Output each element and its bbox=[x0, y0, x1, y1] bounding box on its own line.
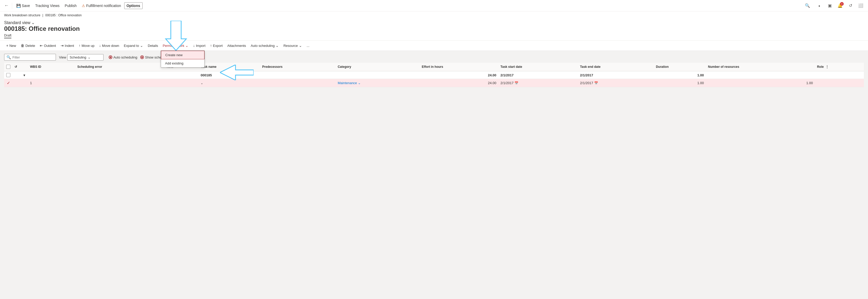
auto-scheduling-radio-dot bbox=[109, 55, 112, 59]
permit-dropdown: Create new Add existing bbox=[161, 51, 205, 67]
expand-to-button[interactable]: Expand to ⌄ bbox=[122, 42, 146, 49]
window-button[interactable]: ⬜ bbox=[857, 2, 865, 10]
tracking-views-button[interactable]: Tracking Views bbox=[33, 3, 62, 9]
more-button[interactable]: ... bbox=[305, 42, 312, 49]
save-icon: 💾 bbox=[16, 4, 21, 8]
row2-end-date-value: 2/1/2017 bbox=[580, 81, 593, 85]
th-refresh: ↺ bbox=[12, 63, 21, 71]
permit-to-work-button[interactable]: Permit to work ⌄ bbox=[161, 42, 190, 49]
th-scheduling-error: Scheduling error bbox=[75, 63, 164, 71]
end-date-calendar-icon[interactable]: 📅 bbox=[594, 81, 598, 85]
filter-input-container[interactable]: 🔍 bbox=[4, 54, 56, 61]
table-header-row: ↺ WBS ID Scheduling error Note Task name… bbox=[4, 63, 864, 71]
publish-button[interactable]: Publish bbox=[63, 3, 79, 9]
export-button[interactable]: ↑ Export bbox=[208, 42, 225, 49]
filter-search-icon: 🔍 bbox=[6, 55, 11, 59]
outdent-button[interactable]: ⇤ Outdent bbox=[38, 42, 58, 49]
resource-button[interactable]: Resource ⌄ bbox=[281, 42, 304, 49]
details-label: Details bbox=[148, 44, 158, 48]
row1-refresh-cell bbox=[12, 71, 21, 79]
view-label-text: Standard view bbox=[4, 21, 30, 25]
th-task-name: Task name bbox=[198, 63, 260, 71]
row1-role bbox=[815, 71, 864, 79]
radio-group: Auto scheduling Show schedul... bbox=[109, 55, 169, 59]
row2-task-chevron[interactable]: ⌄ bbox=[200, 81, 203, 85]
row2-predecessors bbox=[260, 79, 336, 87]
diamond-icon-button[interactable]: ⬧ bbox=[815, 2, 824, 10]
notification-button[interactable]: 🔔 0 bbox=[836, 2, 844, 10]
details-button[interactable]: Details bbox=[146, 42, 160, 49]
new-button[interactable]: + New bbox=[4, 42, 18, 49]
row2-category-cell: Maintenance ⌄ bbox=[336, 79, 420, 87]
import-label: Import bbox=[196, 44, 206, 48]
move-up-button[interactable]: ↑ Move up bbox=[76, 42, 96, 49]
auto-scheduling-radio[interactable]: Auto scheduling bbox=[109, 55, 137, 59]
row1-expand-btn[interactable]: ▼ bbox=[23, 73, 26, 77]
fulfillment-button[interactable]: ⚠ Fulfillment notification bbox=[80, 3, 123, 9]
back-button[interactable]: ← bbox=[3, 2, 10, 9]
export-icon: ↑ bbox=[210, 43, 212, 48]
row2-checkbox-cell: ✓ bbox=[4, 79, 12, 87]
indent-button[interactable]: ⇥ Indent bbox=[59, 42, 76, 49]
import-button[interactable]: ↓ Import bbox=[191, 42, 208, 49]
top-right-icons: ⬧ ▣ 🔔 0 ↺ ⬜ bbox=[815, 2, 865, 10]
th-wbs-id: WBS ID bbox=[28, 63, 75, 71]
row1-checkbox[interactable] bbox=[6, 73, 10, 77]
page-title-row: Standard view ⌄ bbox=[4, 20, 864, 25]
row1-note bbox=[164, 71, 198, 79]
sidebar-toggle-button[interactable]: ▣ bbox=[826, 2, 834, 10]
row2-note bbox=[164, 79, 198, 87]
row1-checkbox-cell bbox=[4, 71, 12, 79]
row1-duration: 1.00 bbox=[654, 71, 706, 79]
refresh-button[interactable]: ↺ bbox=[846, 2, 855, 10]
row2-task-name: ⌄ bbox=[198, 79, 260, 87]
breadcrumb-part1[interactable]: Work breakdown structure bbox=[4, 13, 40, 17]
view-label[interactable]: Standard view ⌄ bbox=[4, 20, 35, 25]
fulfillment-label: Fulfillment notification bbox=[86, 4, 121, 8]
permit-to-work-label: Permit to work bbox=[163, 44, 184, 48]
breadcrumb-part2[interactable]: 000185 : Office renovation bbox=[45, 13, 82, 17]
add-existing-item[interactable]: Add existing bbox=[161, 59, 205, 67]
permit-chevron-icon: ⌄ bbox=[185, 43, 188, 48]
auto-scheduling-button[interactable]: Auto scheduling ⌄ bbox=[249, 42, 281, 49]
show-schedule-radio-dot bbox=[140, 55, 144, 59]
create-new-item[interactable]: Create new bbox=[161, 51, 205, 59]
indent-icon: ⇥ bbox=[61, 43, 64, 48]
header-checkbox[interactable] bbox=[6, 65, 10, 69]
import-icon: ↓ bbox=[193, 43, 195, 48]
search-button[interactable]: 🔍 bbox=[803, 2, 812, 9]
row2-role bbox=[815, 79, 864, 87]
page-header: Standard view ⌄ 000185: Office renovatio… bbox=[0, 19, 868, 41]
resource-chevron-icon: ⌄ bbox=[299, 43, 302, 48]
auto-scheduling-radio-inner bbox=[110, 56, 111, 58]
row1-end-date: 2/1/2017 bbox=[578, 71, 654, 79]
row2-category-btn[interactable]: Maintenance ⌄ bbox=[338, 81, 361, 85]
row2-wbs-id: 1 bbox=[28, 79, 75, 87]
new-label: New bbox=[9, 44, 16, 48]
move-down-button[interactable]: ↓ Move down bbox=[97, 42, 121, 49]
row1-wbs-id bbox=[28, 71, 75, 79]
category-chevron-icon: ⌄ bbox=[358, 81, 361, 85]
th-expand bbox=[21, 63, 28, 71]
breadcrumb: Work breakdown structure | 000185 : Offi… bbox=[0, 11, 868, 19]
outdent-icon: ⇤ bbox=[40, 43, 43, 48]
expand-to-label: Expand to bbox=[124, 44, 139, 48]
row1-num-resources bbox=[706, 71, 815, 79]
options-button[interactable]: Options bbox=[124, 2, 143, 9]
column-options-icon[interactable]: ⋮ bbox=[826, 65, 829, 69]
start-date-calendar-icon[interactable]: 📅 bbox=[515, 81, 518, 85]
th-category: Category bbox=[336, 63, 420, 71]
tracking-views-label: Tracking Views bbox=[35, 4, 60, 8]
move-up-label: Move up bbox=[82, 44, 94, 48]
view-dropdown[interactable]: Scheduling ⌄ bbox=[67, 54, 103, 61]
save-button[interactable]: 💾 Save bbox=[14, 3, 32, 9]
filter-input[interactable] bbox=[12, 55, 54, 59]
page-title: 000185: Office renovation bbox=[4, 25, 864, 32]
row2-scheduling-error bbox=[75, 79, 164, 87]
attachments-button[interactable]: Attachments bbox=[225, 42, 248, 49]
delete-button[interactable]: 🗑 Delete bbox=[19, 42, 37, 49]
publish-label: Publish bbox=[65, 4, 76, 8]
row2-category-label: Maintenance bbox=[338, 81, 357, 85]
table-row: ▼ 000185 24.00 2/1/2017 2/1/2017 1.00 bbox=[4, 71, 864, 79]
status-badge: Draft bbox=[4, 33, 11, 38]
